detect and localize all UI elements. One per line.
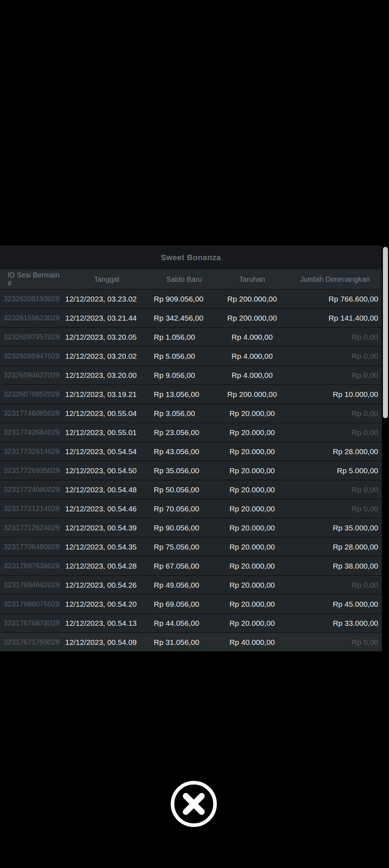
cell-amount-won: Rp 0,00: [288, 409, 382, 418]
cell-bet: Rp 20.000,00: [216, 562, 288, 570]
cell-amount-won: Rp 0,00: [288, 333, 382, 342]
cell-bet: Rp 20.000,00: [216, 428, 288, 437]
cell-date: 12/12/2023, 03.23.02: [61, 295, 152, 303]
cell-amount-won: Rp 28.000,00: [288, 543, 382, 551]
cell-session-id: 32317697638029: [0, 562, 61, 570]
close-button[interactable]: [171, 781, 217, 827]
cell-bet: Rp 20.000,00: [216, 543, 288, 551]
table-row: 3231774268402912/12/2023, 00.55.01Rp 23.…: [0, 422, 382, 442]
cell-date: 12/12/2023, 03.20.02: [61, 352, 152, 361]
cell-session-id: 32317671759029: [0, 638, 61, 646]
cell-date: 12/12/2023, 03.20.05: [61, 333, 152, 342]
column-header-new-balance: Saldo Baru: [152, 275, 216, 284]
cell-amount-won: Rp 5.000,00: [288, 466, 382, 475]
cell-amount-won: Rp 766.600,00: [288, 295, 382, 303]
cell-date: 12/12/2023, 00.54.28: [61, 562, 152, 570]
cell-amount-won: Rp 141.400,00: [288, 314, 382, 322]
cell-date: 12/12/2023, 00.54.54: [61, 447, 152, 456]
cell-new-balance: Rp 90.056,00: [152, 524, 216, 532]
cell-session-id: 32317686076029: [0, 600, 61, 608]
cell-amount-won: Rp 0,00: [288, 505, 382, 513]
table-body: 3232620819302912/12/2023, 03.23.02Rp 909…: [0, 289, 382, 651]
cell-amount-won: Rp 0,00: [288, 352, 382, 361]
cell-bet: Rp 20.000,00: [216, 409, 288, 418]
cell-session-id: 32317726935029: [0, 466, 61, 475]
close-icon: [171, 781, 217, 827]
column-header-session-id: ID Sesi Bermain #: [0, 271, 61, 288]
cell-new-balance: Rp 1.056,00: [152, 333, 216, 342]
cell-date: 12/12/2023, 00.55.01: [61, 428, 152, 437]
cell-new-balance: Rp 909.056,00: [152, 295, 216, 303]
cell-bet: Rp 4.000,00: [216, 352, 288, 361]
cell-bet: Rp 200.000,00: [216, 390, 288, 399]
cell-date: 12/12/2023, 00.54.39: [61, 524, 152, 532]
cell-bet: Rp 4.000,00: [216, 333, 288, 342]
cell-date: 12/12/2023, 00.54.20: [61, 600, 152, 609]
cell-new-balance: Rp 35.056,00: [152, 466, 216, 475]
table-row: 3231768607602912/12/2023, 00.54.20Rp 69.…: [0, 594, 382, 613]
cell-new-balance: Rp 31.056,00: [152, 638, 216, 647]
cell-session-id: 32317742684029: [0, 428, 61, 437]
table-row: 3231772693502912/12/2023, 00.54.50Rp 35.…: [0, 461, 382, 480]
cell-session-id: 32317676878029: [0, 619, 61, 627]
cell-bet: Rp 20.000,00: [216, 524, 288, 532]
cell-date: 12/12/2023, 00.54.09: [61, 638, 152, 647]
cell-session-id: 32326095947029: [0, 352, 61, 360]
cell-new-balance: Rp 342.456,00: [152, 314, 216, 322]
table-row: 3232609462702912/12/2023, 03.20.00Rp 9.0…: [0, 365, 382, 384]
column-header-date: Tanggal: [61, 275, 152, 284]
cell-amount-won: Rp 0,00: [288, 371, 382, 380]
cell-new-balance: Rp 43.056,00: [152, 447, 216, 456]
cell-session-id: 32317732614029: [0, 447, 61, 456]
cell-date: 12/12/2023, 00.54.13: [61, 619, 152, 628]
cell-session-id: 32326094627029: [0, 371, 61, 379]
cell-amount-won: Rp 0,00: [288, 428, 382, 437]
cell-bet: Rp 20.000,00: [216, 581, 288, 589]
cell-new-balance: Rp 49.056,00: [152, 581, 216, 589]
cell-amount-won: Rp 38.000,00: [288, 562, 382, 570]
cell-bet: Rp 200.000,00: [216, 295, 288, 303]
cell-new-balance: Rp 9.056,00: [152, 371, 216, 380]
cell-session-id: 32317721214029: [0, 505, 61, 513]
cell-bet: Rp 4.000,00: [216, 371, 288, 380]
cell-amount-won: Rp 0,00: [288, 581, 382, 589]
table-row: 3231767687802912/12/2023, 00.54.13Rp 44.…: [0, 613, 382, 632]
cell-session-id: 32317706480029: [0, 543, 61, 551]
cell-new-balance: Rp 23.056,00: [152, 428, 216, 437]
cell-date: 12/12/2023, 00.54.46: [61, 505, 152, 513]
cell-date: 12/12/2023, 00.54.35: [61, 543, 152, 551]
cell-bet: Rp 20.000,00: [216, 619, 288, 628]
table-row: 3231774608502912/12/2023, 00.55.04Rp 3.0…: [0, 403, 382, 422]
table-row: 3231771262402912/12/2023, 00.54.39Rp 90.…: [0, 518, 382, 537]
cell-new-balance: Rp 3.056,00: [152, 409, 216, 418]
table-row: 3232620819302912/12/2023, 03.23.02Rp 909…: [0, 289, 382, 308]
cell-date: 12/12/2023, 03.21.44: [61, 314, 152, 322]
table-row: 3231770648002912/12/2023, 00.54.35Rp 75.…: [0, 537, 382, 556]
table-row: 3231772121402912/12/2023, 00.54.46Rp 70.…: [0, 499, 382, 518]
table-row: 3231769469202912/12/2023, 00.54.26Rp 49.…: [0, 575, 382, 594]
cell-amount-won: Rp 0,00: [288, 485, 382, 494]
page-title: Sweet Bonanza: [161, 253, 221, 262]
cell-date: 12/12/2023, 00.54.48: [61, 485, 152, 494]
cell-session-id: 32326159623029: [0, 314, 61, 322]
cell-date: 12/12/2023, 03.19.21: [61, 390, 152, 399]
cell-session-id: 32326208193029: [0, 295, 61, 303]
cell-new-balance: Rp 70.056,00: [152, 505, 216, 513]
cell-bet: Rp 20.000,00: [216, 466, 288, 475]
table-row: 3232607085202912/12/2023, 03.19.21Rp 13.…: [0, 384, 382, 403]
table-row: 3232609594702912/12/2023, 03.20.02Rp 5.0…: [0, 346, 382, 365]
cell-amount-won: Rp 10.000,00: [288, 390, 382, 399]
table-row: 3231769763802912/12/2023, 00.54.28Rp 67.…: [0, 556, 382, 575]
scrollbar-thumb[interactable]: [383, 247, 388, 418]
cell-amount-won: Rp 0,00: [288, 638, 382, 647]
column-header-bet: Taruhan: [216, 275, 288, 284]
cell-bet: Rp 40.000,00: [216, 638, 288, 647]
cell-session-id: 32317724080029: [0, 485, 61, 494]
table-row: 3231772408002912/12/2023, 00.54.48Rp 50.…: [0, 480, 382, 499]
cell-bet: Rp 20.000,00: [216, 485, 288, 494]
cell-new-balance: Rp 5.056,00: [152, 352, 216, 361]
cell-date: 12/12/2023, 00.54.26: [61, 581, 152, 589]
cell-new-balance: Rp 44.056,00: [152, 619, 216, 628]
cell-new-balance: Rp 75.056,00: [152, 543, 216, 551]
cell-date: 12/12/2023, 00.55.04: [61, 409, 152, 418]
